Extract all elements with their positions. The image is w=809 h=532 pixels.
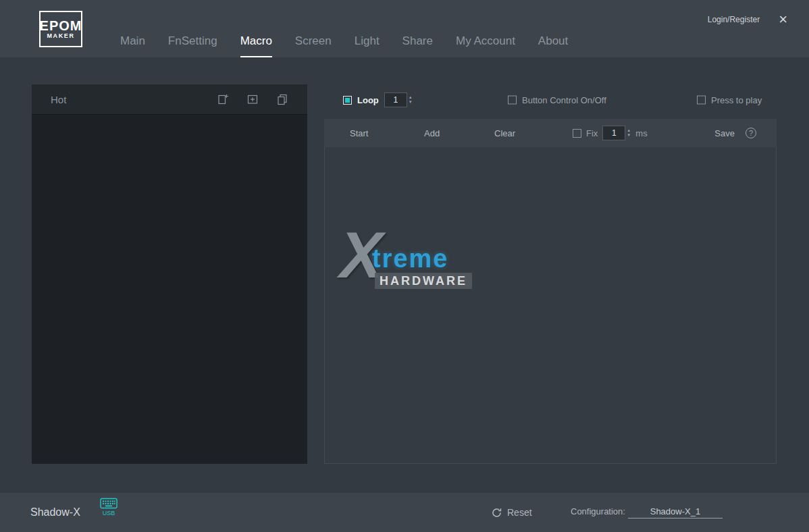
close-icon[interactable]: × (779, 12, 787, 27)
reset-icon (492, 508, 502, 518)
watermark-treme: treme (372, 246, 449, 271)
press-to-play-option: Press to play (697, 95, 762, 105)
logo-text-epom: EPOM (40, 19, 82, 32)
top-right-controls: Login/Register × (708, 12, 787, 27)
add-button[interactable]: Add (424, 128, 440, 138)
macro-list-header: Hot (32, 84, 307, 115)
macro-list-panel: Hot (32, 84, 307, 464)
xtreme-hardware-watermark: X treme HARDWARE (340, 234, 495, 298)
fix-label: Fix (586, 128, 598, 138)
epomaker-logo: EPOM MAKER (39, 11, 82, 47)
device-name: Shadow-X (30, 506, 80, 518)
loop-decrement-icon[interactable]: ▼ (409, 100, 413, 105)
usb-device-selector[interactable]: USB (100, 498, 118, 516)
top-bar: EPOM MAKER Main FnSetting Macro Screen L… (0, 0, 809, 57)
macro-steps-list: X treme HARDWARE (324, 147, 777, 464)
login-register-link[interactable]: Login/Register (708, 15, 760, 24)
fix-checkbox[interactable] (573, 129, 581, 138)
press-to-play-label: Press to play (711, 95, 762, 105)
tab-my-account[interactable]: My Account (456, 34, 515, 57)
macro-toolbar: Start Add Clear Fix ▲ ▼ ms Save (324, 119, 777, 147)
macro-editor: Loop ▲ ▼ Button Control On/Off Pr (324, 57, 777, 493)
fix-delay-input[interactable] (602, 126, 625, 140)
ms-unit-label: ms (635, 128, 647, 138)
configuration-selector: Configuration: Shadow-X_1 (571, 506, 723, 518)
save-button[interactable]: Save (714, 128, 735, 138)
main-navigation: Main FnSetting Macro Screen Light Share … (120, 34, 568, 57)
button-control-label: Button Control On/Off (522, 95, 606, 105)
configuration-label: Configuration: (571, 506, 625, 516)
bottom-bar: Shadow-X USB Reset Configuration: Shadow… (0, 493, 809, 532)
macro-list-actions (217, 93, 288, 105)
new-macro-icon[interactable] (217, 93, 229, 105)
tab-fnsetting[interactable]: FnSetting (168, 34, 217, 57)
loop-label: Loop (357, 95, 379, 105)
start-button[interactable]: Start (350, 128, 368, 138)
loop-options-row: Loop ▲ ▼ Button Control On/Off Pr (343, 91, 777, 109)
add-macro-group-icon[interactable] (246, 93, 259, 105)
loop-checkbox[interactable] (343, 96, 352, 105)
clear-button[interactable]: Clear (494, 128, 515, 138)
button-control-option: Button Control On/Off (508, 95, 606, 105)
tab-about[interactable]: About (538, 34, 568, 57)
help-icon[interactable]: ? (746, 128, 756, 138)
tab-light[interactable]: Light (355, 34, 380, 57)
tab-share[interactable]: Share (402, 34, 433, 57)
macro-list-body (32, 115, 307, 464)
fix-delay-group: ▲ ▼ (602, 126, 631, 140)
watermark-hardware: HARDWARE (375, 273, 472, 289)
copy-macro-icon[interactable] (276, 93, 288, 105)
loop-count-spinner: ▲ ▼ (409, 95, 413, 105)
configuration-value[interactable]: Shadow-X_1 (628, 506, 723, 518)
usb-label: USB (103, 510, 115, 516)
watermark-x: X (340, 223, 383, 288)
fix-delay-spinner: ▲ ▼ (627, 128, 631, 138)
loop-increment-icon[interactable]: ▲ (409, 95, 413, 100)
epomaker-driver-window: EPOM MAKER Main FnSetting Macro Screen L… (0, 0, 809, 532)
loop-count-input[interactable] (384, 92, 407, 107)
tab-screen[interactable]: Screen (295, 34, 332, 57)
logo-text-maker: MAKER (47, 32, 75, 40)
loop-count-group: ▲ ▼ (384, 92, 413, 107)
tab-macro[interactable]: Macro (240, 34, 272, 57)
fix-decrement-icon[interactable]: ▼ (627, 133, 631, 138)
press-to-play-checkbox[interactable] (697, 96, 706, 105)
loop-option: Loop ▲ ▼ (343, 92, 413, 107)
reset-button[interactable]: Reset (492, 507, 532, 518)
content-area: Hot Loop (0, 57, 809, 493)
keyboard-icon (100, 498, 118, 509)
macro-group-title: Hot (51, 94, 217, 105)
fix-delay-option: Fix ▲ ▼ ms (573, 126, 648, 140)
button-control-checkbox[interactable] (508, 96, 517, 105)
fix-increment-icon[interactable]: ▲ (627, 128, 631, 133)
reset-label: Reset (507, 507, 532, 518)
tab-main[interactable]: Main (120, 34, 145, 57)
